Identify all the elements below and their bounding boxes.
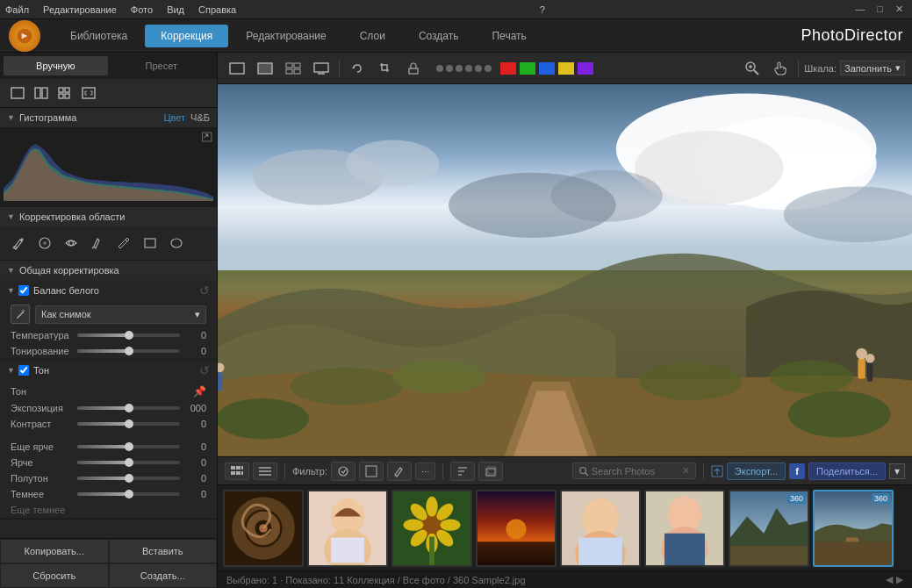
maximize-button[interactable]: □ <box>873 4 887 15</box>
darker-slider[interactable] <box>77 492 180 496</box>
thumb-4[interactable] <box>476 490 557 567</box>
view-monitor-btn[interactable] <box>309 56 334 81</box>
thumb-7[interactable]: 360 <box>729 490 809 567</box>
stamp-btn[interactable] <box>401 56 426 81</box>
wb-dropper[interactable] <box>11 305 30 324</box>
tab-correction[interactable]: Коррекция <box>145 25 228 47</box>
filter-all-btn[interactable] <box>331 462 355 481</box>
tone-pin[interactable]: 📌 <box>193 385 206 398</box>
tool-pen2[interactable] <box>112 232 135 255</box>
thumb-3[interactable] <box>391 490 472 567</box>
tab-layers[interactable]: Слои <box>344 25 401 47</box>
filmstrip-list-btn[interactable] <box>253 463 277 480</box>
dot-1[interactable] <box>436 65 443 72</box>
view-fill-btn[interactable] <box>253 56 277 81</box>
color-green[interactable] <box>520 62 535 75</box>
wb-reset[interactable]: ↺ <box>199 283 210 298</box>
create-button[interactable]: Создать... <box>109 563 218 588</box>
copy-button[interactable]: Копировать... <box>0 539 109 563</box>
tool-grid-view[interactable] <box>54 82 75 104</box>
hand-tool-btn[interactable] <box>768 56 793 81</box>
minimize-button[interactable]: — <box>851 4 868 15</box>
temperature-slider[interactable] <box>77 333 180 337</box>
thumb-2[interactable] <box>307 490 388 567</box>
thumb-6[interactable] <box>644 490 725 567</box>
rotate-left-btn[interactable] <box>345 56 370 81</box>
scale-dropdown[interactable]: Заполнить ▾ <box>840 61 905 75</box>
share-button[interactable]: Поделиться... <box>808 463 886 480</box>
thumb-8[interactable]: 360 <box>813 490 894 567</box>
tool-brush[interactable] <box>7 232 30 255</box>
tone-header[interactable]: ▼ Тон ↺ <box>0 360 217 381</box>
filter-more-btn[interactable]: ··· <box>415 463 435 480</box>
tool-single-view[interactable] <box>7 82 28 104</box>
filmstrip-grid-btn[interactable] <box>225 463 249 480</box>
dot-3[interactable] <box>456 65 463 72</box>
tool-circle[interactable] <box>165 232 188 255</box>
contrast-slider[interactable] <box>77 422 180 426</box>
histogram-color-mode[interactable]: Цвет <box>163 112 185 123</box>
area-correction-header[interactable]: ▼ Корректировка области <box>0 207 217 226</box>
tone-reset[interactable]: ↺ <box>199 363 210 377</box>
dot-5[interactable] <box>475 65 482 72</box>
halftone-slider[interactable] <box>77 477 180 480</box>
menu-help[interactable]: Справка <box>198 4 236 15</box>
dot-6[interactable] <box>485 65 492 72</box>
tab-create[interactable]: Создать <box>403 25 475 47</box>
help-button[interactable]: ? <box>540 4 545 15</box>
tool-fullscreen[interactable] <box>78 82 99 104</box>
close-button[interactable]: ✕ <box>892 4 907 15</box>
tool-compare-view[interactable] <box>31 82 52 104</box>
dot-2[interactable] <box>446 65 453 72</box>
paste-button[interactable]: Вставить <box>109 539 218 563</box>
tab-manual[interactable]: Вручную <box>4 56 108 75</box>
search-input[interactable] <box>592 466 679 477</box>
exposure-slider[interactable] <box>77 406 180 410</box>
thumb-5[interactable] <box>560 490 641 567</box>
sort-btn[interactable] <box>450 462 475 481</box>
filter-stars-btn[interactable] <box>359 462 384 481</box>
menu-edit[interactable]: Редактирование <box>43 4 117 15</box>
filter-edit-btn[interactable] <box>387 462 412 481</box>
lighter-slider[interactable] <box>77 461 180 464</box>
wb-checkbox[interactable] <box>18 285 29 296</box>
view-grid-btn[interactable] <box>281 56 305 81</box>
tool-pen[interactable] <box>86 232 109 255</box>
search-box[interactable]: ✕ <box>572 463 696 479</box>
share-dropdown[interactable]: ▾ <box>889 463 905 479</box>
stack-btn[interactable] <box>478 462 503 481</box>
histogram-bw-mode[interactable]: Ч&Б <box>190 112 210 123</box>
view-fit-btn[interactable] <box>225 56 249 81</box>
scroll-left[interactable]: ◀ <box>886 574 893 585</box>
color-purple[interactable] <box>578 62 593 75</box>
color-red[interactable] <box>500 62 516 75</box>
thumb-1[interactable] <box>223 490 304 567</box>
brighter-slider[interactable] <box>77 445 180 448</box>
tab-preset[interactable]: Пресет <box>110 56 214 75</box>
crop-btn[interactable] <box>373 56 398 81</box>
white-balance-header[interactable]: ▼ Баланс белого ↺ <box>0 280 217 301</box>
wb-preset-select[interactable]: Как снимок ▾ <box>35 305 206 324</box>
photo-toolbar: Шкала: Заполнить ▾ <box>218 53 912 84</box>
tone-checkbox[interactable] <box>18 365 29 376</box>
general-correction-header[interactable]: ▼ Общая корректировка <box>0 261 217 280</box>
export-button[interactable]: Экспорт... <box>727 463 786 480</box>
tool-radial[interactable] <box>33 232 56 255</box>
tool-rect[interactable] <box>139 232 162 255</box>
toning-slider[interactable] <box>77 349 180 353</box>
tab-print[interactable]: Печать <box>476 25 542 47</box>
search-clear[interactable]: ✕ <box>682 465 690 477</box>
tool-eye[interactable] <box>60 232 83 255</box>
menu-view[interactable]: Вид <box>167 4 184 15</box>
color-yellow[interactable] <box>558 62 574 75</box>
menu-file[interactable]: Файл <box>5 4 29 15</box>
menu-photo[interactable]: Фото <box>131 4 153 15</box>
tab-library[interactable]: Библиотека <box>54 25 143 47</box>
zoom-cursor-btn[interactable] <box>740 56 765 81</box>
color-blue[interactable] <box>539 62 555 75</box>
dot-4[interactable] <box>465 65 472 72</box>
histogram-header[interactable]: ▼ Гистограмма Цвет Ч&Б <box>0 108 217 127</box>
scroll-right[interactable]: ▶ <box>896 574 903 585</box>
tab-editing[interactable]: Редактирование <box>230 25 341 47</box>
reset-button[interactable]: Сбросить <box>0 563 109 588</box>
